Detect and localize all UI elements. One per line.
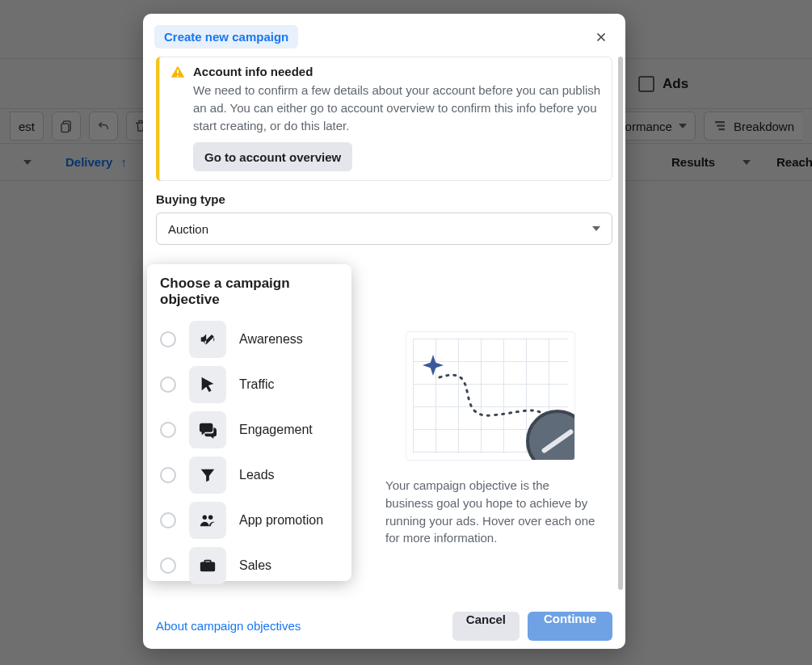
briefcase-icon-box [189, 547, 226, 584]
cursor-icon [199, 376, 217, 394]
objective-label: Traffic [239, 377, 275, 392]
scrollbar-thumb[interactable] [618, 57, 623, 590]
buying-type-value: Auction [168, 222, 208, 236]
cursor-icon-box [189, 366, 226, 403]
close-icon [594, 30, 608, 44]
objective-leads[interactable]: Leads [160, 457, 339, 494]
objective-label: App promotion [239, 513, 323, 528]
funnel-icon [199, 466, 217, 484]
warning-icon [170, 65, 185, 79]
radio[interactable] [160, 377, 176, 393]
go-account-overview-button[interactable]: Go to account overview [193, 142, 352, 171]
chat-icon [199, 421, 217, 439]
objective-info-text: Your campaign objective is the business … [385, 477, 595, 547]
about-objectives-link[interactable]: About campaign objectives [156, 619, 301, 633]
radio[interactable] [160, 467, 176, 483]
megaphone-icon [199, 330, 217, 348]
continue-button[interactable]: Continue [528, 612, 612, 641]
objective-info-panel: Your campaign objective is the business … [385, 331, 595, 547]
alert-body: We need to confirm a few details about y… [193, 82, 608, 134]
buying-type-select[interactable]: Auction [156, 213, 612, 245]
modal-footer: About campaign objectives Cancel Continu… [143, 602, 625, 649]
objective-title: Choose a campaign objective [160, 276, 339, 308]
megaphone-icon-box [189, 321, 226, 358]
alert-title: Account info needed [193, 65, 608, 78]
objective-apppromotion[interactable]: App promotion [160, 502, 339, 539]
objective-sales[interactable]: Sales [160, 547, 339, 584]
objective-awareness[interactable]: Awareness [160, 321, 339, 358]
cancel-button[interactable]: Cancel [452, 612, 520, 641]
account-info-alert: Account info needed We need to confirm a… [156, 57, 612, 181]
breadcrumb[interactable]: Create new campaign [154, 25, 298, 48]
people-icon-box [189, 502, 226, 539]
objective-label: Engagement [239, 423, 313, 437]
objective-label: Leads [239, 468, 275, 482]
objective-list-card: Choose a campaign objective AwarenessTra… [147, 264, 351, 581]
chevron-down-icon [592, 226, 600, 231]
objective-label: Sales [239, 558, 271, 573]
modal-header: Create new campaign [143, 14, 625, 57]
people-icon [199, 511, 217, 529]
objective-traffic[interactable]: Traffic [160, 366, 339, 403]
radio[interactable] [160, 512, 176, 528]
radio[interactable] [160, 558, 176, 574]
objective-engagement[interactable]: Engagement [160, 411, 339, 448]
close-button[interactable] [590, 26, 612, 48]
buying-type-label: Buying type [156, 192, 612, 206]
radio[interactable] [160, 422, 176, 438]
radio[interactable] [160, 331, 176, 347]
objective-label: Awareness [239, 332, 303, 347]
briefcase-icon [199, 557, 217, 575]
funnel-icon-box [189, 457, 226, 494]
chat-icon-box [189, 411, 226, 448]
map-illustration [406, 331, 575, 461]
